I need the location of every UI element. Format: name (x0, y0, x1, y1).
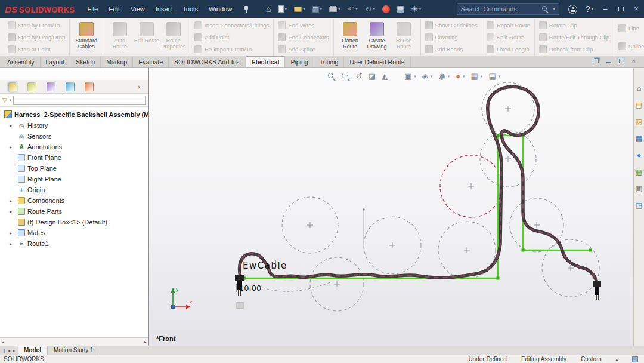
threedexperience-button[interactable] (380, 4, 392, 14)
previous-view-button[interactable]: ↺ (356, 72, 363, 81)
tab-solidworks-add-ins[interactable]: SOLIDWORKS Add-Ins (169, 57, 246, 67)
route-guide-line[interactable] (244, 136, 590, 278)
re-import-from-to-button[interactable]: Re-import From/To (193, 44, 270, 55)
tree-item-components[interactable]: ▸Components (0, 195, 148, 206)
add-bends-button[interactable]: Add Bends (424, 44, 479, 55)
tree-filter-input[interactable] (13, 96, 146, 105)
search-input[interactable] (461, 5, 539, 13)
connector-right[interactable] (593, 281, 601, 300)
route-properties-button[interactable]: Route Properties (160, 20, 187, 55)
measure-button[interactable]: ◭ (382, 72, 388, 81)
rotate-clip-button[interactable]: Rotate Clip (538, 20, 611, 31)
sign-in-button[interactable] (564, 0, 581, 18)
pin-menu-icon[interactable] (243, 5, 249, 14)
tree-item-history[interactable]: ▸◷History (0, 120, 148, 131)
filter-funnel-icon[interactable]: ▽ (2, 96, 7, 104)
taskpane-home-icon[interactable]: ⌂ (637, 85, 641, 93)
tab-user-defined-route[interactable]: User Defined Route (344, 57, 410, 67)
menu-tools[interactable]: Tools (177, 0, 203, 18)
minimize-window-icon[interactable]: – (597, 0, 613, 18)
restore-window-icon[interactable] (613, 0, 628, 18)
route-vertex-handle[interactable] (589, 249, 592, 252)
tab-layout[interactable]: Layout (41, 57, 71, 67)
tree-item-front-plane[interactable]: Front Plane (0, 152, 148, 163)
dropdown-caret-icon[interactable]: ▾ (431, 74, 433, 79)
view-palette-icon[interactable]: ▦ (636, 135, 642, 143)
view-settings-button[interactable]: ▤▾ (488, 72, 500, 81)
apply-scene-button[interactable]: ▦▾ (471, 72, 483, 81)
expand-arrow-icon[interactable]: ▸ (10, 198, 12, 204)
add-splice-button[interactable]: Add Splice (277, 44, 330, 55)
design-library-icon[interactable]: ▤ (636, 101, 642, 109)
tab-electrical[interactable]: Electrical (246, 56, 286, 67)
edit-appearance-button[interactable]: ●▾ (456, 72, 465, 81)
menu-file[interactable]: File (82, 0, 103, 18)
route-vertex-handle[interactable] (497, 277, 500, 280)
route-edit-through-clip-button[interactable]: Route/Edit Through Clip (538, 32, 611, 43)
view-orientation-button[interactable]: ▣▾ (404, 72, 416, 81)
help-button[interactable]: ?▾ (581, 0, 597, 18)
featuremanager-tab[interactable] (8, 82, 17, 91)
standard-cables-button[interactable]: Standard Cables (73, 20, 100, 55)
close-window-icon[interactable]: × (628, 0, 644, 18)
tab-piping[interactable]: Piping (285, 57, 314, 67)
expand-arrow-icon[interactable]: ▸ (10, 144, 12, 150)
panel-hscrollbar[interactable]: ◂ ▸ (0, 337, 148, 346)
forum-icon[interactable]: ◳ (636, 202, 642, 210)
expand-arrow-icon[interactable]: ▸ (10, 241, 12, 247)
splitter-icon[interactable]: ∥ (3, 348, 5, 353)
viewport-split-icon[interactable] (593, 59, 599, 63)
search-caret-icon[interactable]: ▾ (553, 7, 555, 11)
route-vertex-handle[interactable] (497, 134, 500, 137)
insert-connectors-fittings-button[interactable]: Insert Connectors/Fittings (193, 20, 270, 31)
tree-item-route1[interactable]: ▸≈Route1 (0, 238, 148, 249)
tab-evaluate[interactable]: Evaluate (133, 57, 169, 67)
add-point-button[interactable]: Add Point (193, 32, 270, 43)
open-button[interactable]: ▾ (292, 5, 308, 13)
cable-name-label[interactable]: EwCable (243, 260, 287, 271)
file-explorer-icon[interactable]: ▨ (636, 118, 642, 126)
propertymanager-tab[interactable] (27, 82, 36, 91)
tree-item-origin[interactable]: +Origin (0, 184, 148, 195)
displaymanager-tab[interactable] (85, 82, 94, 91)
custom-properties-icon[interactable]: ▣ (636, 185, 642, 193)
menu-window[interactable]: Window (203, 0, 237, 18)
dropdown-caret-icon[interactable]: ▾ (414, 74, 416, 79)
unhook-from-clip-button[interactable]: Unhook from Clip (538, 44, 611, 55)
start-by-from-to-button[interactable]: Start by From/To (7, 20, 66, 31)
rebuild-button[interactable]: ↻▾ (363, 4, 377, 14)
spline-button[interactable]: Spline (617, 41, 644, 52)
tab-scroll-right-icon[interactable]: ▸ (13, 348, 15, 353)
section-view-button[interactable]: ◪ (369, 72, 376, 81)
menu-edit[interactable]: Edit (103, 0, 125, 18)
file-properties-button[interactable] (395, 5, 406, 14)
create-drawing-button[interactable]: Create Drawing (364, 20, 391, 55)
hide-show-button[interactable]: ◉▾ (438, 72, 450, 81)
quick-tip-icon[interactable] (632, 356, 638, 362)
restore-document-icon[interactable] (619, 59, 624, 63)
tab-sketch[interactable]: Sketch (70, 57, 101, 67)
print-button[interactable]: ▾ (327, 5, 343, 13)
end-wires-button[interactable]: End Wires (277, 20, 330, 31)
fixed-length-button[interactable]: Fixed Length (485, 44, 531, 55)
route-vertex-handle[interactable] (522, 249, 525, 252)
minimize-document-icon[interactable] (606, 62, 611, 63)
auto-route-button[interactable]: Auto Route (106, 20, 133, 55)
search-box[interactable]: ▾ (457, 3, 559, 15)
repair-route-button[interactable]: Repair Route (485, 20, 531, 31)
status-expand-caret-icon[interactable]: ▴ (615, 357, 618, 362)
dropdown-caret-icon[interactable]: ▾ (448, 74, 450, 79)
home-button[interactable]: ⌂ (264, 4, 273, 14)
end-connectors-button[interactable]: End Connectors (277, 32, 330, 43)
undo-button[interactable]: ↶▾ (345, 4, 360, 14)
start-at-point-button[interactable]: Start at Point (7, 44, 66, 55)
covering-button[interactable]: Covering (424, 32, 479, 43)
tab-tubing[interactable]: Tubing (314, 57, 345, 67)
save-button[interactable]: ▾ (310, 5, 325, 14)
zoom-to-fit-button[interactable] (327, 72, 336, 81)
close-document-icon[interactable]: × (632, 58, 636, 64)
configurationmanager-tab[interactable] (47, 82, 55, 91)
tree-item-sensors[interactable]: ◎Sensors (0, 131, 148, 141)
dropdown-caret-icon[interactable]: ▾ (463, 74, 465, 79)
dropdown-caret-icon[interactable]: ▾ (499, 74, 501, 79)
